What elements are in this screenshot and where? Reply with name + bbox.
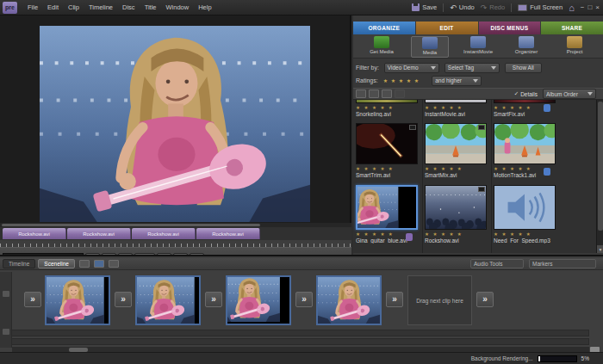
- thumbnail: [494, 100, 556, 103]
- menu-edit[interactable]: Edit: [47, 3, 59, 11]
- instantmovie-icon: [470, 36, 486, 48]
- audio-track-1[interactable]: [12, 330, 589, 336]
- filmstrip-icon[interactable]: [79, 260, 90, 268]
- back-button[interactable]: [369, 89, 379, 98]
- rating-stars[interactable]: ★ ★ ★ ★ ★: [425, 166, 492, 171]
- transition-slot[interactable]: »: [205, 292, 222, 307]
- scrollbar-thumb[interactable]: [598, 102, 603, 231]
- audio-track-icon[interactable]: [3, 329, 9, 335]
- menu-file[interactable]: File: [28, 3, 38, 11]
- and-higher-dropdown[interactable]: and higher: [432, 76, 482, 86]
- transition-slot[interactable]: »: [476, 292, 494, 307]
- show-all-button[interactable]: Show All: [505, 63, 542, 73]
- media-item[interactable]: ★ ★ ★ ★ ★ Need_For_Speed.mp3: [494, 185, 561, 244]
- mini-clip[interactable]: Rockshow.avi: [196, 228, 260, 239]
- rating-stars[interactable]: ★ ★ ★ ★ ★: [494, 166, 561, 171]
- menu-help[interactable]: Help: [198, 3, 211, 11]
- media-filename: SmartFix.avi: [494, 111, 561, 117]
- monitor-panel: Rockshow.avi Rockshow.avi Rockshow.avi R…: [0, 15, 351, 255]
- audio-track-2[interactable]: [12, 338, 589, 345]
- media-item[interactable]: ★ ★ ★ ★ ★ InstantMovie.avi: [425, 100, 492, 117]
- tab-timeline[interactable]: Timeline: [3, 259, 35, 268]
- menu-title[interactable]: Title: [145, 3, 157, 11]
- effect-badge-icon: [406, 233, 413, 241]
- menu-window[interactable]: Window: [166, 3, 190, 11]
- home-button[interactable]: ⌂: [569, 3, 575, 13]
- media-item[interactable]: ★ ★ ★ ★ ★ Snorkeling.avi: [356, 100, 423, 117]
- video-preview[interactable]: [40, 26, 310, 222]
- transition-slot[interactable]: »: [24, 292, 41, 307]
- media-scrollbar[interactable]: ▼: [596, 100, 603, 253]
- redo-button[interactable]: ↷ Redo: [481, 3, 505, 11]
- check-icon: ✓: [514, 90, 519, 97]
- undo-button[interactable]: ↶ Undo: [450, 3, 474, 11]
- rating-stars[interactable]: ★ ★ ★ ★ ★: [425, 105, 492, 110]
- album-order-dropdown[interactable]: Album Order: [543, 89, 596, 99]
- get-media-button[interactable]: Get Media: [363, 36, 401, 58]
- rating-stars[interactable]: ★ ★ ★ ★ ★: [356, 105, 423, 110]
- app-logo: pre: [3, 2, 17, 14]
- maximize-button[interactable]: □: [587, 3, 592, 11]
- media-item[interactable]: ★ ★ ★ ★ ★ SmartFix.avi: [494, 100, 561, 117]
- tab-sceneline[interactable]: Sceneline: [38, 259, 75, 268]
- instantmovie-button[interactable]: InstantMovie: [459, 36, 497, 58]
- tab-disc-menus[interactable]: DISC MENUS: [479, 22, 541, 34]
- media-item[interactable]: ★ ★ ★ ★ ★ SmartMix.avi: [425, 123, 492, 178]
- save-button[interactable]: Save: [412, 3, 437, 11]
- scene-clip[interactable]: [316, 275, 382, 325]
- rating-stars[interactable]: ★ ★ ★ ★ ★: [494, 231, 561, 237]
- media-item[interactable]: ★ ★ ★ ★ ★ SmartTrim.avi: [356, 123, 423, 178]
- rating-stars[interactable]: ★ ★ ★ ★ ★: [356, 231, 423, 237]
- media-filename: Snorkeling.avi: [356, 111, 423, 117]
- tab-organize[interactable]: ORGANIZE: [353, 22, 415, 34]
- scene-clip[interactable]: [226, 275, 291, 325]
- filter-video-dropdown[interactable]: Video Demo: [384, 63, 439, 73]
- time-ruler[interactable]: [0, 240, 351, 247]
- close-button[interactable]: ×: [595, 3, 600, 11]
- media-filename: Need_For_Speed.mp3: [494, 238, 561, 244]
- scroll-down-arrow-icon[interactable]: ▼: [597, 245, 603, 253]
- scene-clip[interactable]: [45, 275, 110, 325]
- mini-clip[interactable]: Rockshow.avi: [3, 228, 66, 239]
- organizer-button[interactable]: Organizer: [507, 36, 545, 58]
- tab-edit[interactable]: EDIT: [416, 22, 478, 34]
- media-item-selected[interactable]: ★ ★ ★ ★ ★ Gina_guitar_blue.avi: [356, 185, 423, 244]
- media-item[interactable]: ★ ★ ★ ★ ★ Rockshow.avi: [425, 185, 492, 244]
- track-gutter: [0, 272, 12, 348]
- transition-slot[interactable]: »: [386, 292, 403, 307]
- rating-stars[interactable]: ★ ★ ★ ★ ★: [356, 166, 423, 171]
- media-button[interactable]: Media: [411, 36, 449, 58]
- transition-slot[interactable]: »: [115, 292, 132, 307]
- smart-tools-icon[interactable]: [94, 260, 104, 268]
- transition-slot[interactable]: »: [295, 292, 313, 307]
- minimize-button[interactable]: −: [581, 3, 585, 11]
- audio-tools-dropdown[interactable]: Audio Tools: [470, 259, 524, 268]
- media-item[interactable]: ★ ★ ★ ★ ★ MotionTrack1.avi: [494, 123, 561, 178]
- fullscreen-button[interactable]: Full Screen: [518, 3, 563, 11]
- project-label: Project: [567, 49, 583, 54]
- menu-disc[interactable]: Disc: [122, 3, 135, 11]
- details-checkbox[interactable]: ✓ Details: [514, 90, 538, 97]
- video-track-icon[interactable]: [3, 291, 9, 297]
- grid-view-button[interactable]: [395, 89, 405, 98]
- markers-label: Markers: [532, 261, 552, 267]
- menu-timeline[interactable]: Timeline: [89, 3, 113, 11]
- list-view-button[interactable]: [356, 89, 366, 98]
- tag-icon[interactable]: [109, 260, 119, 268]
- rating-stars[interactable]: ★ ★ ★ ★ ★: [494, 105, 561, 110]
- tab-share[interactable]: SHARE: [541, 22, 603, 34]
- media-view-toolbar: ✓ Details Album Order: [353, 88, 603, 100]
- project-button[interactable]: Project: [556, 36, 594, 58]
- scene-clip[interactable]: [135, 275, 201, 325]
- markers-dropdown[interactable]: Markers: [529, 259, 596, 268]
- rating-stars[interactable]: ★ ★ ★ ★ ★: [425, 231, 492, 237]
- menu-clip[interactable]: Clip: [68, 3, 79, 11]
- drag-next-clip-placeholder[interactable]: Drag next clip here: [407, 275, 472, 325]
- select-tag-dropdown[interactable]: Select Tag: [444, 63, 500, 73]
- undo-icon: ↶: [450, 4, 457, 11]
- thumbnail: [356, 123, 418, 164]
- ratings-stars[interactable]: ★ ★ ★ ★ ★: [383, 77, 420, 83]
- mini-clip[interactable]: Rockshow.avi: [67, 228, 131, 239]
- new-folder-button[interactable]: [382, 89, 392, 98]
- mini-clip[interactable]: Rockshow.avi: [132, 228, 196, 239]
